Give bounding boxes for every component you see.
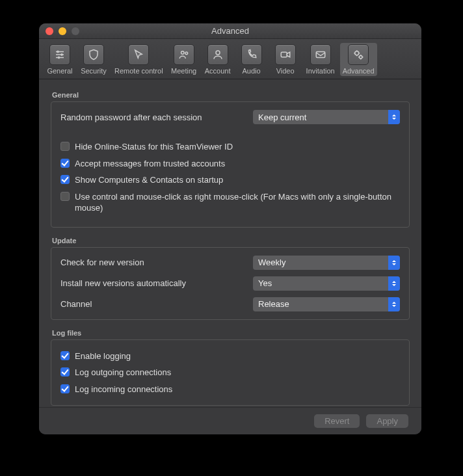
- dropdown-value: Yes: [258, 278, 272, 288]
- checkbox-log-incoming[interactable]: Log incoming connections: [60, 384, 400, 395]
- sliders-icon: [49, 44, 70, 65]
- chevron-updown-icon: [388, 276, 400, 291]
- video-icon: [275, 44, 296, 65]
- section-logs: Enable logging Log outgoing connections …: [51, 339, 410, 406]
- tab-label: Security: [81, 67, 107, 75]
- preferences-window: Advanced General Security Remote control…: [39, 23, 421, 434]
- checkbox-label: Enable logging: [75, 350, 131, 362]
- tab-label: Meeting: [171, 67, 196, 75]
- tab-advanced[interactable]: Advanced: [340, 43, 377, 76]
- tab-audio[interactable]: Audio: [236, 43, 267, 76]
- svg-rect-6: [281, 52, 287, 57]
- tab-general[interactable]: General: [44, 43, 75, 76]
- section-general: Random password after each session Keep …: [51, 101, 410, 228]
- chevron-updown-icon: [388, 110, 400, 124]
- tab-invitation[interactable]: Invitation: [304, 43, 337, 76]
- phone-icon: [241, 44, 262, 65]
- section-update: Check for new version Weekly Install new…: [51, 247, 410, 320]
- envelope-icon: [310, 44, 331, 65]
- zoom-icon[interactable]: [72, 27, 79, 35]
- checkbox-icon: [60, 384, 70, 393]
- checkbox-enable-logging[interactable]: Enable logging: [60, 350, 400, 362]
- svg-point-4: [185, 52, 187, 55]
- close-icon[interactable]: [46, 27, 53, 35]
- svg-point-5: [216, 51, 220, 55]
- apply-button[interactable]: Apply: [366, 414, 408, 428]
- svg-rect-7: [316, 52, 325, 58]
- checkbox-icon: [60, 351, 70, 360]
- checkbox-ctrl-click-rightclick[interactable]: Use control and mouse-click as right mou…: [60, 191, 400, 214]
- tab-account[interactable]: Account: [202, 43, 233, 76]
- tab-label: Remote control: [114, 67, 163, 75]
- checkbox-label: Log outgoing connections: [75, 367, 171, 378]
- svg-point-8: [355, 51, 359, 55]
- auto-install-select[interactable]: Yes: [253, 276, 400, 291]
- random-password-select[interactable]: Keep current: [253, 110, 400, 124]
- tab-label: Video: [276, 67, 295, 75]
- checkbox-label: Use control and mouse-click as right mou…: [75, 191, 400, 214]
- revert-button[interactable]: Revert: [314, 414, 360, 428]
- checkbox-icon: [60, 192, 70, 201]
- toolbar: General Security Remote control Meeting …: [39, 39, 421, 79]
- window-title: Advanced: [39, 26, 421, 36]
- checkbox-icon: [60, 159, 70, 168]
- traffic-lights: [39, 27, 79, 35]
- people-icon: [174, 44, 194, 65]
- checkbox-log-outgoing[interactable]: Log outgoing connections: [60, 367, 400, 378]
- channel-label: Channel: [60, 299, 253, 309]
- checkbox-icon: [60, 175, 70, 184]
- section-title-update: Update: [52, 237, 410, 245]
- dropdown-value: Keep current: [258, 112, 306, 122]
- minimize-icon[interactable]: [59, 27, 66, 35]
- checkbox-icon: [60, 142, 70, 151]
- check-version-label: Check for new version: [60, 258, 253, 267]
- section-title-general: General: [52, 91, 410, 99]
- person-icon: [207, 44, 228, 65]
- tab-label: Advanced: [343, 67, 375, 75]
- checkbox-show-contacts-startup[interactable]: Show Computers & Contacts on startup: [60, 174, 400, 186]
- titlebar: Advanced: [39, 23, 421, 39]
- svg-point-9: [360, 56, 363, 59]
- auto-install-label: Install new versions automatically: [60, 278, 253, 288]
- tab-security[interactable]: Security: [78, 43, 109, 76]
- chevron-updown-icon: [388, 256, 400, 270]
- dropdown-value: Release: [258, 299, 289, 309]
- checkbox-hide-online-status[interactable]: Hide Online-Status for this TeamViewer I…: [60, 141, 400, 153]
- checkbox-accept-messages[interactable]: Accept messages from trusted accounts: [60, 158, 400, 170]
- svg-point-3: [181, 51, 184, 55]
- tab-label: Invitation: [306, 67, 335, 75]
- chevron-updown-icon: [388, 297, 400, 311]
- section-title-logs: Log files: [52, 329, 410, 337]
- checkbox-label: Show Computers & Contacts on startup: [75, 174, 223, 186]
- tab-label: General: [47, 67, 72, 75]
- tab-label: Account: [205, 67, 231, 75]
- checkbox-label: Hide Online-Status for this TeamViewer I…: [75, 141, 233, 153]
- gears-icon: [348, 44, 369, 65]
- checkbox-label: Log incoming connections: [75, 384, 172, 395]
- check-version-select[interactable]: Weekly: [253, 256, 400, 270]
- tab-label: Audio: [243, 67, 261, 75]
- tab-video[interactable]: Video: [270, 43, 301, 76]
- footer: Revert Apply: [39, 407, 421, 434]
- svg-point-0: [57, 51, 59, 53]
- channel-select[interactable]: Release: [253, 297, 400, 311]
- svg-point-1: [61, 54, 63, 56]
- dropdown-value: Weekly: [258, 258, 285, 267]
- content-area: General Random password after each sessi…: [39, 79, 421, 407]
- shield-icon: [83, 44, 104, 65]
- tab-meeting[interactable]: Meeting: [168, 43, 200, 76]
- tab-remote-control[interactable]: Remote control: [112, 43, 166, 76]
- svg-point-2: [58, 57, 60, 59]
- checkbox-label: Accept messages from trusted accounts: [75, 158, 225, 170]
- cursor-icon: [128, 44, 149, 65]
- random-password-label: Random password after each session: [60, 112, 253, 122]
- checkbox-icon: [60, 367, 70, 377]
